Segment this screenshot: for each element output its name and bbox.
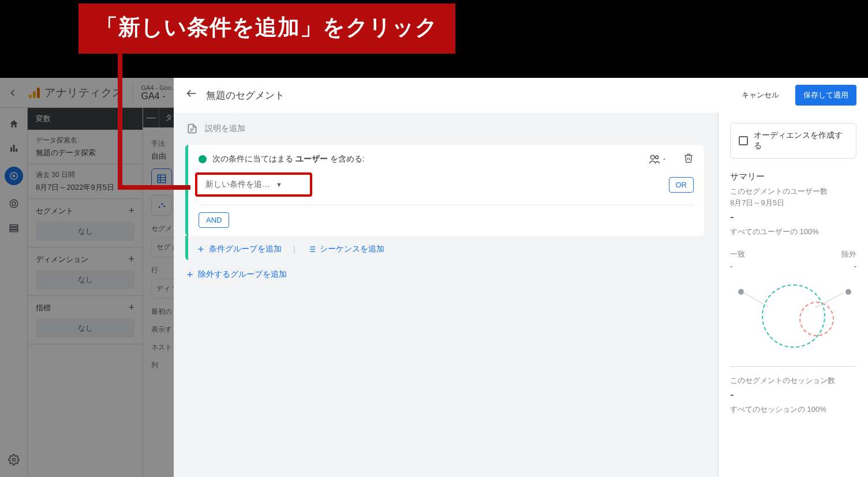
svg-rect-9 [10, 230, 18, 232]
include-group: 次の条件に当てはまる ユーザー を含める: [185, 145, 704, 236]
or-button[interactable]: OR [669, 177, 694, 193]
summary-users-label: このセグメントのユーザー数 [730, 186, 856, 197]
crumb-line2: GA4 - [141, 91, 178, 102]
chevron-down-icon [661, 156, 667, 162]
svg-rect-7 [10, 225, 18, 227]
summary-title: サマリー [730, 171, 856, 182]
summary-match-row: 一致 除外 [730, 249, 856, 260]
add-exclude-group-link[interactable]: 除外するグループを追加 [185, 269, 287, 280]
variables-header: 変数 [28, 108, 143, 130]
add-segment-icon[interactable]: + [128, 205, 134, 217]
variables-panel: 変数 データ探索名: 無題のデータ探索 過去 30 日間 8月7日～2022年9… [28, 108, 143, 477]
crumb-line1: GA4 - Goo… [141, 84, 178, 91]
plus-icon [185, 270, 194, 279]
callout-connector [118, 46, 122, 187]
callout-connector [118, 185, 190, 190]
summary-sessions-label: このセグメントのセッション数 [730, 375, 856, 386]
description-input[interactable]: 説明を追加 [186, 123, 704, 134]
explore-icon[interactable] [5, 167, 23, 185]
home-icon[interactable] [8, 118, 20, 130]
checkbox-icon [739, 136, 748, 145]
svg-point-5 [10, 200, 18, 208]
nav-back-icon[interactable] [0, 87, 25, 99]
delete-group-icon[interactable] [683, 153, 694, 166]
svg-point-15 [159, 206, 160, 208]
instruction-callout: 「新しい条件を追加」をクリック [78, 3, 455, 54]
svg-point-17 [163, 205, 165, 207]
svg-rect-1 [13, 145, 14, 152]
segment-builder-modal: 無題のセグメント キャンセル 保存して適用 説明を追加 次の条件に当てはまる ユ… [174, 78, 868, 477]
summary-sessions-value: - [730, 388, 856, 401]
collapse-icon[interactable]: — [143, 108, 159, 127]
viz-scatter-icon[interactable] [151, 195, 172, 216]
sequence-icon [307, 245, 316, 254]
scope-dropdown[interactable] [649, 153, 667, 165]
svg-rect-0 [10, 148, 12, 152]
segments-none: なし [36, 221, 134, 241]
condition-row: 新しい条件を追… ▼ OR [199, 172, 694, 205]
summary-venn-chart [730, 273, 856, 359]
cancel-button[interactable]: キャンセル [742, 90, 779, 100]
exploration-name-box[interactable]: データ探索名: 無題のデータ探索 [28, 130, 143, 164]
summary-all-sessions: すべてのセッションの 100% [730, 404, 856, 415]
add-condition-highlight: 新しい条件を追… ▼ [195, 172, 312, 197]
date-range-box[interactable]: 過去 30 日間 8月7日～2022年9月5日 [28, 164, 143, 199]
property-breadcrumb[interactable]: GA4 - Goo… GA4 - [133, 84, 178, 102]
segments-section: セグメント+ なし [28, 199, 143, 247]
dimensions-none: なし [36, 270, 134, 290]
and-button[interactable]: AND [199, 212, 229, 228]
chevron-down-icon: ▼ [276, 181, 282, 188]
reports-icon[interactable] [8, 142, 20, 154]
back-arrow-icon[interactable] [185, 87, 198, 103]
svg-point-16 [161, 203, 163, 205]
create-audience-checkbox[interactable]: オーディエンスを作成する [730, 123, 856, 159]
segment-title[interactable]: 無題のセグメント [206, 89, 734, 102]
summary-range: 8月7日～9月5日 [730, 197, 856, 209]
add-dimension-icon[interactable]: + [128, 253, 134, 265]
include-label: 次の条件に当てはまる ユーザー を含める: [212, 154, 365, 164]
svg-point-10 [13, 459, 16, 461]
add-sequence-link[interactable]: シーケンスを追加 [307, 244, 384, 254]
svg-rect-2 [16, 149, 17, 152]
add-metric-icon[interactable]: + [128, 302, 134, 314]
metrics-section: 指標+ なし [28, 296, 143, 344]
add-condition-group-link[interactable]: 条件グループを追加 [196, 244, 282, 254]
segment-builder-body: 説明を追加 次の条件に当てはまる ユーザー を含める: [174, 112, 718, 477]
modal-header: 無題のセグメント キャンセル 保存して適用 [174, 78, 868, 112]
dimensions-section: ディメンション+ なし [28, 247, 143, 296]
summary-users-value: - [730, 211, 856, 224]
configure-icon[interactable] [8, 222, 20, 234]
ga-logo-icon [29, 88, 40, 98]
plus-icon [196, 245, 205, 254]
svg-point-6 [12, 202, 16, 205]
svg-point-21 [650, 155, 654, 159]
svg-rect-11 [158, 175, 166, 183]
svg-point-22 [656, 156, 659, 159]
summary-panel: オーディエンスを作成する サマリー このセグメントのユーザー数 8月7日～9月5… [718, 112, 868, 477]
add-actions-row: 条件グループを追加 | シーケンスを追加 [185, 236, 704, 260]
include-indicator-icon [199, 155, 207, 163]
left-rail [0, 108, 28, 477]
metrics-none: なし [36, 318, 134, 338]
svg-point-4 [13, 175, 14, 177]
svg-rect-8 [10, 227, 18, 229]
advertising-icon[interactable] [8, 198, 20, 209]
app-brand: アナリティクス [44, 85, 124, 100]
document-icon [186, 123, 198, 134]
add-condition-dropdown[interactable]: 新しい条件を追… ▼ [205, 179, 282, 190]
save-apply-button[interactable]: 保存して適用 [795, 85, 856, 106]
settings-icon[interactable] [8, 454, 20, 468]
summary-all-users: すべてのユーザーの 100% [730, 226, 856, 238]
